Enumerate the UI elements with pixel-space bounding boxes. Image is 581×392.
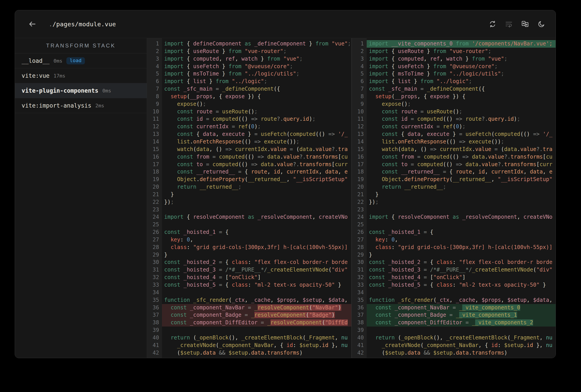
code-line: const route = useRoute();	[162, 108, 351, 116]
load-badge: load	[66, 57, 85, 64]
plugin-name: vite:import-analysis	[22, 102, 91, 109]
line-number: 12	[352, 123, 367, 130]
code-line: }	[367, 251, 556, 259]
line-number: 20	[352, 183, 367, 191]
line-number: 41	[352, 342, 367, 349]
code-line: });	[367, 198, 556, 206]
line-number: 8	[147, 93, 162, 100]
line-number: 34	[352, 289, 367, 296]
back-button[interactable]	[28, 19, 37, 29]
code-line	[162, 289, 351, 296]
plugin-name: vite:vue	[22, 72, 50, 79]
plugin-name: __load__	[22, 58, 50, 64]
code-line: const _hoisted_5 = { class: "ml-2 text-x…	[162, 281, 351, 289]
diff-panel-before[interactable]: 1234567891011121314151617181920212223242…	[147, 38, 351, 358]
line-number: 5	[147, 70, 162, 78]
code-line: import __vite_components_0 from '/compon…	[367, 40, 556, 48]
line-number: 25	[352, 221, 367, 228]
line-number: 22	[352, 198, 367, 206]
code-line: import { useFetch } from "@vueuse/core";	[367, 63, 556, 70]
code-line: return __returned__;	[162, 183, 351, 191]
line-number: 38	[147, 319, 162, 326]
code-line: import { useFetch } from "@vueuse/core";	[162, 63, 351, 70]
line-number: 35	[352, 296, 367, 304]
file-path-main: /pages/module.vue	[52, 21, 116, 28]
line-number: 25	[147, 221, 162, 228]
code-line: key: 0,	[162, 236, 351, 244]
code-line	[162, 206, 351, 214]
code-line: const id = computed(() => route?.query.i…	[162, 115, 351, 123]
line-number: 31	[147, 266, 162, 274]
wrap-lines-button[interactable]	[505, 20, 513, 28]
code-line: list.onFetchResponse(() => execute());	[367, 138, 556, 146]
line-number: 4	[352, 63, 367, 70]
code-line: const from = computed(() => data.value?.…	[162, 153, 351, 161]
line-number: 11	[352, 115, 367, 123]
line-number: 24	[147, 213, 162, 221]
line-number: 10	[352, 108, 367, 116]
code-area-after: import __vite_components_0 from '/compon…	[367, 38, 556, 358]
code-line: key: 0,	[367, 236, 556, 244]
code-line: ($setup.data && $setup.data.transforms)	[367, 349, 556, 357]
refresh-icon	[489, 20, 496, 28]
code-line: const _component_NavBar = _resolveCompon…	[162, 304, 351, 312]
line-number-gutter: 1234567891011121314151617181920212223242…	[147, 38, 162, 358]
header: ./pages/module.vue	[15, 10, 556, 38]
code-line: setup(__props, { expose }) {	[162, 93, 351, 100]
code-line	[367, 221, 556, 228]
code-line: const { data, execute } = useFetch(compu…	[162, 130, 351, 138]
code-line	[162, 326, 351, 334]
transform-stack-item[interactable]: vite:import-analysis2ms	[15, 98, 147, 113]
code-line: const _sfc_main = _defineComponent({	[367, 85, 556, 93]
side-by-side-diff-button[interactable]	[521, 20, 529, 28]
plugin-name: vite-plugin-components	[22, 87, 98, 94]
line-number: 1	[352, 40, 367, 48]
code-line: import { msToTime } from "../logic/utils…	[367, 70, 556, 78]
line-number: 26	[352, 228, 367, 236]
code-line: }	[367, 191, 556, 198]
code-line: import { computed, ref, watch } from "vu…	[367, 55, 556, 63]
line-number: 20	[147, 183, 162, 191]
code-line: const __returned__ = { route, id, curren…	[162, 168, 351, 176]
line-number: 39	[147, 326, 162, 334]
code-line: import { resolveComponent as _resolveCom…	[162, 213, 351, 221]
line-number: 28	[352, 244, 367, 251]
code-line: watch(data, () => currentIdx.value = (da…	[367, 146, 556, 153]
line-number: 36	[147, 304, 162, 312]
line-number: 37	[352, 311, 367, 319]
line-number: 6	[352, 78, 367, 85]
dark-mode-toggle[interactable]	[537, 20, 545, 28]
line-number: 15	[352, 146, 367, 153]
transform-stack-item[interactable]: vite:vue17ms	[15, 68, 147, 83]
refresh-button[interactable]	[488, 20, 496, 28]
arrow-left-icon	[28, 20, 37, 28]
line-number: 15	[147, 146, 162, 153]
code-area-before: import { defineComponent as _defineCompo…	[162, 38, 351, 358]
line-number: 33	[147, 281, 162, 289]
diff-panel-after[interactable]: 1234567891011121314151617181920212223242…	[351, 38, 556, 358]
code-line: expose();	[162, 100, 351, 108]
line-number: 11	[147, 115, 162, 123]
code-line: const { data, execute } = useFetch(compu…	[367, 130, 556, 138]
transform-stack-item[interactable]: vite-plugin-components0ms	[15, 83, 147, 98]
line-number: 37	[147, 311, 162, 319]
plugin-time: 0ms	[54, 58, 62, 64]
line-number: 2	[147, 48, 162, 55]
content: TRANSFORM STACK __load__0msloadvite:vue1…	[15, 38, 556, 358]
line-number: 28	[147, 244, 162, 251]
line-number: 1	[147, 40, 162, 48]
plugin-time: 17ms	[54, 73, 65, 78]
line-number: 8	[352, 93, 367, 100]
code-line: function _sfc_render(_ctx, _cache, $prop…	[367, 296, 556, 304]
line-number: 30	[147, 258, 162, 266]
code-line: import { resolveComponent as _resolveCom…	[367, 213, 556, 221]
line-number: 34	[147, 289, 162, 296]
line-number: 14	[352, 138, 367, 146]
transform-stack-item[interactable]: __load__0msload	[15, 54, 147, 68]
code-line: const _hoisted_2 = { class: "flex flex-c…	[367, 258, 556, 266]
code-line: const _hoisted_3 = /*#__PURE__*/_createE…	[162, 266, 351, 274]
code-line: import { msToTime } from "../logic/utils…	[162, 70, 351, 78]
line-number: 23	[147, 206, 162, 214]
line-number: 30	[352, 258, 367, 266]
line-number: 17	[147, 161, 162, 168]
